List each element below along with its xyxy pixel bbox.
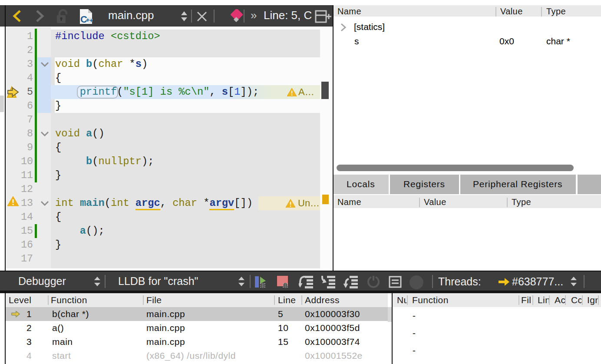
svg-text:+: + — [86, 17, 89, 23]
svg-text:+: + — [89, 17, 93, 24]
